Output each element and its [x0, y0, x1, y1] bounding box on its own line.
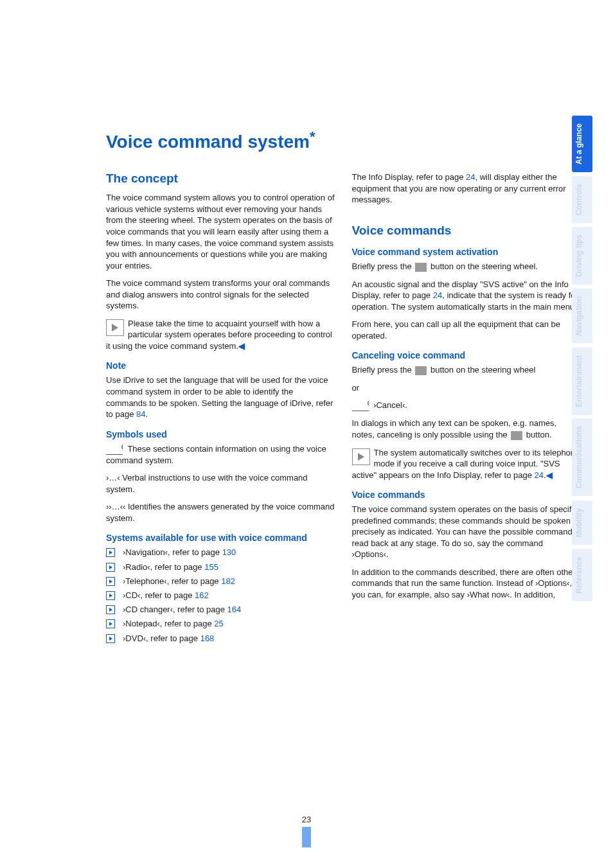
note-play-icon — [352, 448, 370, 465]
symbols-row-1: These sections contain information on us… — [106, 443, 335, 466]
speak-icon — [106, 444, 123, 455]
system-label: ›Radio‹, refer to page — [123, 562, 204, 572]
tab-entertainment[interactable]: Entertainment — [572, 348, 592, 415]
page-link-84[interactable]: 84 — [136, 409, 145, 419]
voice-commands-paragraph-2: In addition to the commands described, t… — [352, 567, 582, 601]
list-item: ›Notepad‹, refer to page 25 — [106, 618, 335, 630]
left-column: The concept The voice command system all… — [106, 172, 335, 650]
footer-bar — [302, 827, 311, 847]
concept-paragraph-2: The voice command system transforms your… — [106, 278, 335, 312]
page-title: Voice command system* — [106, 128, 581, 152]
list-item-text: ›Radio‹, refer to page 155 — [123, 562, 218, 573]
end-triangle-icon: ◀ — [546, 470, 553, 480]
activation-paragraph-3: From here, you can call up all the equip… — [352, 319, 582, 341]
end-triangle-icon: ◀ — [238, 341, 245, 351]
heading-canceling: Canceling voice command — [352, 350, 582, 360]
list-item: ›CD changer‹, refer to page 164 — [106, 604, 335, 616]
heading-voice-commands-sub: Voice commands — [352, 490, 582, 500]
activation-text-a: Briefly press the — [352, 261, 414, 271]
activation-paragraph-1: Briefly press the button on the steering… — [352, 261, 582, 272]
cancel-command-text: ›Cancel‹. — [373, 400, 407, 410]
system-label: ›Telephone‹, refer to page — [123, 576, 221, 586]
page-title-text: Voice command system — [106, 132, 310, 152]
system-label: ›CD changer‹, refer to page — [123, 605, 227, 614]
list-item: ›DVD‹, refer to page 168 — [106, 633, 335, 644]
page-link-24[interactable]: 24 — [535, 470, 544, 480]
note-play-icon — [106, 319, 124, 336]
note-paragraph: Use iDrive to set the language that will… — [106, 375, 335, 420]
cancel-or: or — [352, 382, 582, 394]
steering-button-icon — [415, 263, 427, 272]
list-item-text: ›Telephone‹, refer to page 182 — [123, 576, 235, 587]
list-item-text: ›CD changer‹, refer to page 164 — [123, 604, 241, 616]
page-link[interactable]: 162 — [195, 590, 209, 600]
play-bullet-icon — [106, 577, 115, 586]
cancel-text-a: Briefly press the — [352, 365, 414, 375]
cancel-note: The system automatically switches over t… — [352, 447, 582, 481]
page-link[interactable]: 155 — [204, 562, 218, 572]
page-link[interactable]: 168 — [200, 633, 215, 643]
play-bullet-icon — [106, 591, 115, 600]
symbols-row-2: ›…‹ Verbal instructions to use with the … — [106, 472, 335, 495]
heading-the-concept: The concept — [106, 172, 335, 186]
list-item: ›Navigation‹, refer to page 130 — [106, 547, 335, 558]
steering-button-icon — [511, 431, 522, 440]
heading-activation: Voice command system activation — [352, 247, 582, 257]
play-bullet-icon — [106, 548, 115, 557]
symbols-text-1: These sections contain information on us… — [106, 444, 326, 465]
heading-systems-available: Systems available for use with voice com… — [106, 533, 335, 543]
page-link-24[interactable]: 24 — [466, 172, 475, 182]
voice-commands-paragraph-1: The voice command system operates on the… — [352, 504, 582, 560]
list-item-text: ›Navigation‹, refer to page 130 — [123, 547, 236, 558]
list-item-text: ›CD‹, refer to page 162 — [123, 590, 209, 601]
tab-at-a-glance[interactable]: At a glance — [572, 116, 592, 172]
cancel-paragraph-1: Briefly press the button on the steering… — [352, 364, 582, 376]
list-item: ›Telephone‹, refer to page 182 — [106, 576, 335, 587]
side-tabs: At a glance Controls Driving tips Naviga… — [572, 116, 592, 601]
cancel-command: ›Cancel‹. — [352, 400, 582, 411]
tab-reference[interactable]: Reference — [572, 549, 592, 601]
systems-list: ›Navigation‹, refer to page 130 ›Radio‹,… — [106, 547, 335, 644]
concept-note-text: Please take the time to acquaint yoursel… — [106, 319, 332, 351]
play-bullet-icon — [106, 605, 115, 614]
info-display-paragraph: The Info Display, refer to page 24, will… — [352, 172, 582, 206]
two-column-layout: The concept The voice command system all… — [106, 172, 581, 650]
symbols-row-3: ››…‹‹ Identifies the answers generated b… — [106, 501, 335, 524]
page-footer: 23 — [0, 815, 613, 847]
list-item: ›CD‹, refer to page 162 — [106, 590, 335, 601]
heading-note: Note — [106, 360, 335, 371]
note-text-b: . — [145, 409, 148, 419]
activation-paragraph-2: An acoustic signal and the display "SVS … — [352, 279, 582, 313]
steering-button-icon — [415, 366, 427, 375]
manual-page: Voice command system* The concept The vo… — [0, 0, 613, 868]
tab-mobility[interactable]: Mobility — [572, 500, 592, 545]
play-bullet-icon — [106, 634, 115, 643]
system-label: ›Navigation‹, refer to page — [123, 547, 222, 557]
system-label: ›Notepad‹, refer to page — [123, 619, 214, 628]
page-number: 23 — [0, 815, 613, 824]
heading-symbols-used: Symbols used — [106, 429, 335, 439]
cancel2-text-b: button. — [524, 430, 551, 439]
speak-icon — [352, 400, 369, 411]
activation-text-b: button on the steering wheel. — [428, 261, 538, 271]
tab-controls[interactable]: Controls — [572, 176, 592, 223]
play-bullet-icon — [106, 563, 115, 572]
cancel-text-b: button on the steering wheel — [428, 365, 535, 375]
cancel-paragraph-2: In dialogs in which any text can be spok… — [352, 418, 582, 440]
info-text-a: The Info Display, refer to page — [352, 172, 466, 182]
tab-navigation[interactable]: Navigation — [572, 288, 592, 343]
page-link[interactable]: 130 — [222, 547, 236, 557]
page-link-24[interactable]: 24 — [433, 290, 442, 300]
tab-driving-tips[interactable]: Driving tips — [572, 227, 592, 285]
page-link[interactable]: 25 — [214, 619, 223, 628]
list-item-text: ›DVD‹, refer to page 168 — [123, 633, 214, 644]
tab-communications[interactable]: Communications — [572, 418, 592, 496]
page-link[interactable]: 182 — [221, 576, 235, 586]
play-bullet-icon — [106, 619, 115, 628]
heading-voice-commands: Voice commands — [352, 224, 582, 238]
concept-paragraph-1: The voice command system allows you to c… — [106, 192, 335, 271]
footnote-star: * — [310, 128, 315, 145]
system-label: ›CD‹, refer to page — [123, 590, 195, 600]
page-link[interactable]: 164 — [227, 605, 242, 614]
right-column: The Info Display, refer to page 24, will… — [352, 172, 582, 650]
